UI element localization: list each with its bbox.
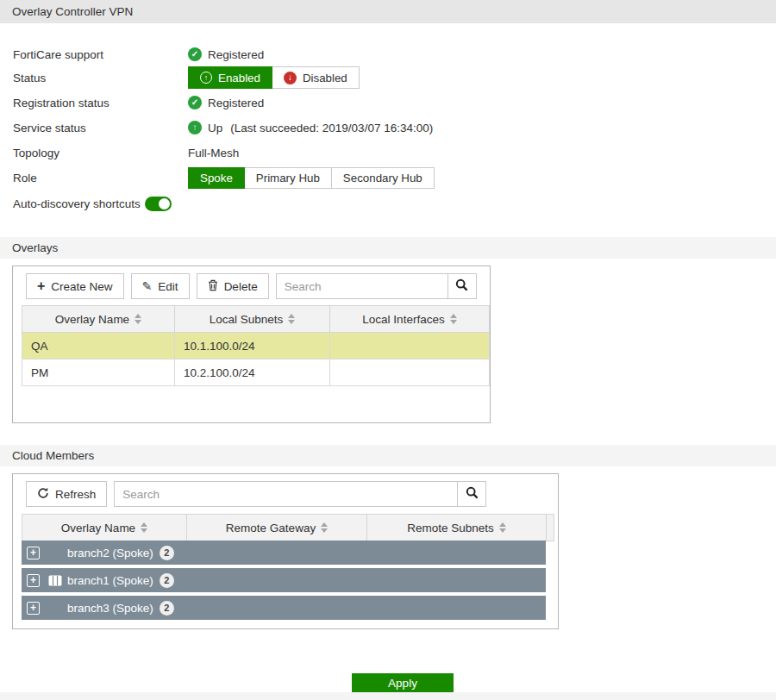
delete-button[interactable]: Delete [197,273,269,299]
refresh-label: Refresh [55,488,96,501]
status-enabled-label: Enabled [218,72,260,84]
cell-local-interfaces [330,359,490,386]
count-badge: 2 [160,546,174,560]
cell-local-interfaces [330,333,490,359]
role-primary-hub-button[interactable]: Primary Hub [245,167,332,189]
role-segmented-control: Spoke Primary Hub Secondary Hub [188,167,435,189]
delete-label: Delete [224,280,258,293]
overlays-search-button[interactable] [447,274,476,298]
page-title-bar: Overlay Controller VPN [0,0,776,23]
status-label: Status [13,72,188,84]
forticare-label: FortiCare support [13,48,188,61]
sort-icon [135,314,141,324]
cloud-members-section-title: Cloud Members [12,449,94,462]
auto-discovery-row: Auto-discovery shortcuts [13,194,172,213]
create-new-button[interactable]: + Create New [26,273,124,299]
status-segmented-control: ↑ Enabled ↓ Disabled [188,66,360,89]
table-row-pm[interactable]: PM 10.2.100.0/24 [22,359,490,386]
cloud-members-group-rows: + branch2 (Spoke) 2 + branch1 (Spoke) 2 … [22,541,546,623]
overlay-name-header-label: Overlay Name [55,313,129,326]
group-row-branch3[interactable]: + branch3 (Spoke) 2 [22,596,546,620]
topology-row: Topology Full-Mesh [13,143,239,162]
group-name: branch2 (Spoke) [67,547,153,559]
overlays-section-title: Overlays [12,241,58,254]
role-spoke-button[interactable]: Spoke [188,167,245,189]
up-circle-icon: ↑ [188,121,202,134]
footer-divider [0,692,776,700]
column-header-local-interfaces[interactable]: Local Interfaces [330,306,490,333]
columns-table-icon [47,575,62,586]
pencil-icon: ✎ [142,280,153,292]
status-enabled-button[interactable]: ↑ Enabled [188,66,272,89]
group-name: branch3 (Spoke) [67,602,153,615]
overlay-name-header-label: Overlay Name [61,522,135,534]
expand-plus-icon[interactable]: + [27,547,40,559]
edit-label: Edit [158,280,178,293]
edit-button[interactable]: ✎ Edit [131,273,190,299]
up-arrow-circle-icon: ↑ [200,72,212,84]
cell-overlay-name: PM [22,359,175,386]
count-badge: 2 [160,601,174,616]
cloud-members-panel: Refresh Overlay Name Remote Gatew [12,473,559,629]
local-subnets-header-label: Local Subnets [210,313,284,326]
role-label: Role [13,172,188,184]
group-row-branch1[interactable]: + branch1 (Spoke) 2 [22,568,546,592]
page: Overlay Controller VPN FortiCare support… [0,0,776,700]
overlays-search-input[interactable] [277,274,447,298]
magnifier-icon [455,278,468,294]
registration-row: Registration status ✓ Registered [13,93,264,112]
cloud-members-search-input[interactable] [115,482,457,506]
remote-subnets-header-label: Remote Subnets [407,522,494,534]
cloud-members-header-row: Overlay Name Remote Gateway Remote Subne… [22,515,554,541]
role-row: Role Spoke Primary Hub Secondary Hub [13,167,435,189]
role-spoke-label: Spoke [200,172,233,184]
local-interfaces-header-label: Local Interfaces [362,313,444,326]
refresh-icon [37,487,49,502]
service-status-row: Service status ↑ Up (Last succeeded: 201… [13,118,433,137]
remote-gateway-header-label: Remote Gateway [226,522,316,534]
status-disabled-button[interactable]: ↓ Disabled [272,66,360,89]
sort-icon [499,522,506,533]
forticare-row: FortiCare support ✓ Registered [13,45,264,64]
cloud-members-search-button[interactable] [457,482,485,506]
expand-plus-icon[interactable]: + [27,602,40,615]
auto-discovery-toggle[interactable] [145,197,172,211]
group-row-branch2[interactable]: + branch2 (Spoke) 2 [22,541,546,565]
cloud-members-toolbar: Refresh [26,481,486,507]
plus-icon: + [37,279,45,293]
column-header-remote-gateway[interactable]: Remote Gateway [187,515,367,541]
overlays-header-row: Overlay Name Local Subnets Local Interfa… [22,306,490,333]
topology-value: Full-Mesh [188,147,239,159]
column-header-spacer [547,515,554,541]
status-disabled-label: Disabled [303,72,347,84]
role-secondary-hub-label: Secondary Hub [343,172,422,184]
magnifier-icon [466,486,479,502]
check-circle-icon: ✓ [188,47,202,61]
service-status-label: Service status [13,122,188,134]
column-header-local-subnets[interactable]: Local Subnets [175,306,330,333]
role-primary-hub-label: Primary Hub [256,172,320,184]
registration-value: Registered [208,97,264,109]
overlays-section-bar: Overlays [0,237,776,259]
column-header-remote-subnets[interactable]: Remote Subnets [367,515,547,541]
cloud-members-search [114,481,486,507]
sort-icon [450,314,457,324]
role-secondary-hub-button[interactable]: Secondary Hub [332,167,435,189]
cloud-members-section-bar: Cloud Members [0,445,776,466]
expand-plus-icon[interactable]: + [27,574,40,587]
forticare-value: Registered [208,48,264,61]
apply-button[interactable]: Apply [352,673,454,692]
column-header-overlay-name[interactable]: Overlay Name [22,515,187,541]
table-row-qa[interactable]: QA 10.1.100.0/24 [22,333,490,359]
sort-icon [321,522,328,533]
page-title: Overlay Controller VPN [12,5,133,18]
refresh-button[interactable]: Refresh [26,481,107,507]
overlays-table: Overlay Name Local Subnets Local Interfa… [22,305,490,386]
column-header-overlay-name[interactable]: Overlay Name [22,306,175,333]
service-status-detail: (Last succeeded: 2019/03/07 16:34:00) [230,122,433,134]
sort-icon [288,314,295,324]
cell-local-subnets: 10.2.100.0/24 [175,359,330,386]
auto-discovery-label: Auto-discovery shortcuts [13,197,141,210]
sort-icon [141,522,147,533]
cell-overlay-name: QA [22,333,175,359]
